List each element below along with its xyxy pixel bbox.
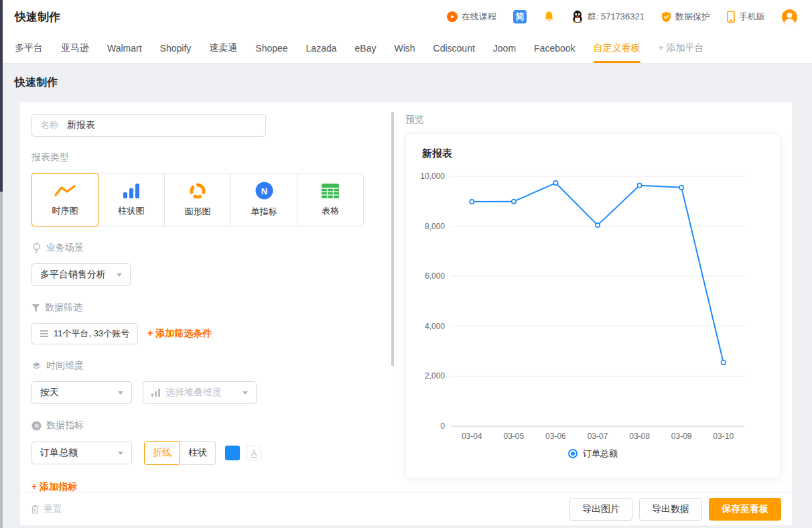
export-data-button[interactable]: 导出数据 <box>639 498 702 521</box>
mobile-version-link[interactable]: 手机版 <box>727 11 765 23</box>
font-style-button[interactable]: A <box>247 446 261 460</box>
svg-text:03-07: 03-07 <box>588 432 608 440</box>
save-to-dashboard-button[interactable]: 保存至看板 <box>709 498 781 521</box>
line-chart-icon <box>54 183 76 199</box>
tab-multi-platform[interactable]: 多平台 <box>15 34 43 63</box>
report-name-input[interactable]: 名称 新报表 <box>31 114 266 137</box>
time-granularity-select[interactable]: 按天 <box>31 381 132 404</box>
online-course-link[interactable]: 在线课程 <box>447 11 496 23</box>
add-metric-link[interactable]: + 添加指标 <box>31 481 77 493</box>
preview-chart-card: 新报表 02,0004,0006,0008,00010,00003-0403-0… <box>405 133 781 478</box>
trash-icon <box>31 505 40 514</box>
svg-text:03-06: 03-06 <box>545 432 566 440</box>
svg-text:03-08: 03-08 <box>629 432 650 440</box>
tab-joom[interactable]: Joom <box>493 34 516 63</box>
tab-shopify[interactable]: Shopify <box>160 34 192 63</box>
preview-chart-title: 新报表 <box>422 147 452 160</box>
report-type-section-label: 报表类型 <box>31 151 397 163</box>
style-bar-button[interactable]: 柱状 <box>180 441 216 465</box>
series-color-swatch[interactable] <box>225 446 240 460</box>
chevron-down-icon <box>117 273 122 277</box>
report-name-label: 名称 <box>40 119 59 131</box>
footer-buttons: 导出图片 导出数据 保存至看板 <box>569 498 781 521</box>
funnel-icon <box>31 304 40 312</box>
add-platform-button[interactable]: + 添加平台 <box>659 34 704 63</box>
tab-shopee[interactable]: Shopee <box>255 34 287 63</box>
type-bar-button[interactable]: 柱状图 <box>98 173 165 226</box>
platform-tabbar: 多平台 亚马逊 Walmart Shopify 速卖通 Shopee Lazad… <box>0 34 812 64</box>
scene-select[interactable]: 多平台销售分析 <box>31 263 131 286</box>
chart-legend-item[interactable]: 订单总额 <box>406 448 780 460</box>
svg-text:10,000: 10,000 <box>420 172 445 181</box>
add-filter-link[interactable]: + 添加筛选条件 <box>147 328 212 340</box>
shield-check-icon <box>661 11 671 23</box>
report-form: 名称 新报表 报表类型 时序图 柱状图 圆形图 N 单指标 <box>31 114 397 493</box>
layers-icon <box>31 362 42 371</box>
hamburger-icon <box>40 330 48 337</box>
tab-cdiscount[interactable]: Cdiscount <box>433 34 475 63</box>
type-timeseries-button[interactable]: 时序图 <box>31 173 98 226</box>
action-bar: 重置 导出图片 导出数据 保存至看板 <box>20 492 792 525</box>
svg-text:N: N <box>261 186 267 196</box>
data-protection-link[interactable]: 数据保护 <box>661 11 710 23</box>
qq-group[interactable]: 群: 571736321 <box>571 10 645 23</box>
time-dimension-section-label: 时间维度 <box>31 360 397 372</box>
export-image-button[interactable]: 导出图片 <box>569 498 632 521</box>
phone-icon <box>727 11 735 23</box>
preview-panel: 预览 新报表 02,0004,0006,0008,00010,00003-040… <box>405 114 781 478</box>
user-avatar[interactable] <box>782 9 797 25</box>
svg-text:4,000: 4,000 <box>425 322 445 331</box>
tab-custom-dashboard[interactable]: 自定义看板 <box>594 34 640 63</box>
bell-icon[interactable] <box>543 11 555 23</box>
report-name-value: 新报表 <box>67 119 95 131</box>
reset-button[interactable]: 重置 <box>31 503 62 515</box>
tab-wish[interactable]: Wish <box>394 34 415 63</box>
chevron-down-icon <box>118 452 123 455</box>
metric-circle-icon: N <box>31 421 42 431</box>
tab-walmart[interactable]: Walmart <box>107 34 142 63</box>
svg-text:0: 0 <box>440 421 445 431</box>
top-header: 快速制作 在线课程 简 群: 571736321 数据保护 <box>0 0 812 34</box>
legend-marker-icon <box>568 449 578 458</box>
svg-text:2,000: 2,000 <box>425 371 445 381</box>
svg-text:6,000: 6,000 <box>425 271 445 281</box>
series-style-toggle: 折线 柱状 <box>144 441 216 465</box>
play-circle-icon <box>447 11 458 22</box>
platform-account-filter-button[interactable]: 11个平台, 33个账号 <box>31 323 138 344</box>
tab-facebook[interactable]: Facebook <box>534 34 575 63</box>
donut-chart-icon <box>189 182 206 200</box>
table-icon <box>321 183 340 199</box>
tab-amazon[interactable]: 亚马逊 <box>61 34 89 63</box>
type-table-button[interactable]: 表格 <box>297 173 364 226</box>
chevron-down-icon <box>243 391 248 395</box>
scene-section-label: 业务场景 <box>31 242 397 254</box>
chevron-down-icon <box>118 391 123 395</box>
type-pie-button[interactable]: 圆形图 <box>164 173 231 226</box>
metric-select[interactable]: 订单总额 <box>31 442 132 464</box>
tab-lazada[interactable]: Lazada <box>306 34 337 63</box>
svg-text:N: N <box>35 423 39 429</box>
left-edge-sidebar-scroll[interactable] <box>0 192 3 528</box>
svg-text:03-09: 03-09 <box>671 432 692 440</box>
bulb-icon <box>31 243 42 253</box>
qq-penguin-icon <box>571 10 584 23</box>
metric-n-icon: N <box>255 182 273 200</box>
type-single-metric-button[interactable]: N 单指标 <box>230 173 297 226</box>
metric-section-label: N 数据指标 <box>31 419 397 432</box>
style-line-button[interactable]: 折线 <box>144 441 180 465</box>
preview-label: 预览 <box>405 114 781 126</box>
stack-dimension-select[interactable]: 选择堆叠维度 <box>143 381 257 404</box>
tab-aliexpress[interactable]: 速卖通 <box>209 34 237 63</box>
header-actions: 在线课程 简 群: 571736321 数据保护 手机版 <box>447 9 797 25</box>
mini-bars-icon <box>151 389 161 397</box>
report-type-group: 时序图 柱状图 圆形图 N 单指标 表格 <box>31 173 397 226</box>
language-badge[interactable]: 简 <box>513 10 527 23</box>
tab-ebay[interactable]: eBay <box>355 34 377 63</box>
svg-text:03-10: 03-10 <box>713 432 734 440</box>
svg-text:8,000: 8,000 <box>425 222 445 231</box>
page-title: 快速制作 <box>0 64 812 102</box>
legend-label: 订单总额 <box>583 448 618 460</box>
bar-chart-icon <box>123 183 140 199</box>
form-scrollbar[interactable] <box>391 112 394 367</box>
svg-text:03-05: 03-05 <box>504 432 525 440</box>
